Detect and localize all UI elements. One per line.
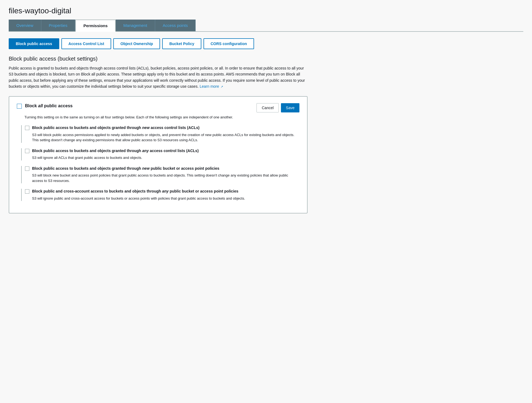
tab-permissions[interactable]: Permissions: [75, 20, 116, 32]
setting-3-title: Block public access to buckets and objec…: [32, 166, 219, 171]
cancel-button[interactable]: Cancel: [256, 103, 279, 112]
setting-item-4: Block public and cross-account access to…: [21, 189, 299, 201]
subtab-bucket-policy[interactable]: Bucket Policy: [162, 38, 201, 49]
action-buttons: Cancel Save: [256, 103, 299, 112]
sub-tabs: Block public access Access Control List …: [9, 38, 523, 49]
setting-4-header: Block public and cross-account access to…: [25, 189, 299, 194]
page-title: files-waytoo-digital: [9, 7, 523, 15]
settings-header: Block all public access Cancel Save: [17, 103, 299, 112]
block-all-checkbox[interactable]: [17, 104, 22, 109]
content-section: Block public access (bucket settings) Pu…: [9, 56, 308, 213]
description-text: Public access is granted to buckets and …: [9, 65, 308, 90]
setting-3-header: Block public access to buckets and objec…: [25, 166, 299, 171]
block-all-row: Block all public access: [17, 103, 73, 109]
block-all-description: Turning this setting on is the same as t…: [24, 115, 299, 120]
setting-4-title: Block public and cross-account access to…: [32, 189, 238, 194]
tab-access-points[interactable]: Access points: [155, 20, 196, 31]
tab-overview[interactable]: Overview: [9, 20, 41, 31]
setting-item-3: Block public access to buckets and objec…: [21, 166, 299, 184]
learn-more-link[interactable]: Learn more ↗: [200, 84, 223, 89]
setting-item-2: Block public access to buckets and objec…: [21, 148, 299, 160]
setting-2-title: Block public access to buckets and objec…: [32, 148, 199, 154]
subtab-object-ownership[interactable]: Object Ownership: [113, 38, 160, 49]
settings-box: Block all public access Cancel Save Turn…: [9, 96, 308, 214]
setting-3-checkbox[interactable]: [25, 166, 29, 171]
subtab-access-control-list[interactable]: Access Control List: [61, 38, 111, 49]
block-all-label: Block all public access: [25, 103, 73, 108]
section-title: Block public access (bucket settings): [9, 56, 308, 62]
tab-properties[interactable]: Properties: [41, 20, 75, 31]
external-link-icon: ↗: [221, 84, 223, 89]
main-tabs: Overview Properties Permissions Manageme…: [9, 20, 523, 32]
setting-item-1: Block public access to buckets and objec…: [21, 125, 299, 143]
setting-1-header: Block public access to buckets and objec…: [25, 125, 299, 131]
setting-4-checkbox[interactable]: [25, 189, 29, 194]
setting-2-header: Block public access to buckets and objec…: [25, 148, 299, 154]
setting-1-checkbox[interactable]: [25, 126, 29, 130]
setting-1-description: S3 will block public access permissions …: [32, 132, 299, 143]
setting-2-checkbox[interactable]: [25, 149, 29, 153]
setting-3-description: S3 will block new bucket and access poin…: [32, 173, 299, 183]
save-button[interactable]: Save: [281, 103, 299, 112]
setting-1-title: Block public access to buckets and objec…: [32, 125, 199, 131]
tab-management[interactable]: Management: [116, 20, 155, 31]
subtab-block-public-access[interactable]: Block public access: [9, 38, 59, 49]
subtab-cors-configuration[interactable]: CORS configuration: [204, 38, 254, 49]
setting-4-description: S3 will ignore public and cross-account …: [32, 196, 299, 201]
setting-2-description: S3 will ignore all ACLs that grant publi…: [32, 155, 299, 160]
